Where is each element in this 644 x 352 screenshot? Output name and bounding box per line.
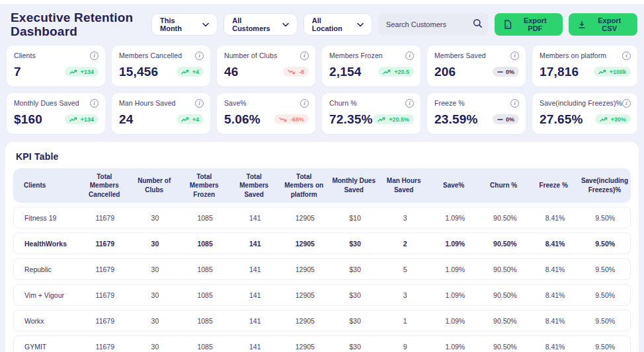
table-column-header: Total Members Saved	[229, 172, 278, 199]
table-cell: $30	[330, 240, 380, 248]
table-cell: 11679	[80, 265, 130, 273]
kpi-card-label: Monthly Dues Saved	[14, 99, 79, 107]
kpi-card-label: Save(including Freezes)%	[540, 99, 622, 107]
table-row[interactable]: GYMIT1167930108514112905$3091.09%90.50%8…	[13, 335, 631, 352]
kpi-card-label: Members Saved	[434, 52, 486, 59]
kpi-trend-badge-text: -65%	[290, 116, 304, 123]
kpi-card-bottom: 2060%	[434, 65, 519, 79]
chevron-down-icon	[202, 22, 209, 27]
table-column-header: Clients	[13, 181, 79, 190]
info-icon[interactable]: i	[622, 99, 631, 108]
kpi-card-value: 27.65%	[540, 112, 583, 127]
table-cell: 1.09%	[430, 265, 480, 273]
table-column-header: Churn %	[479, 181, 528, 190]
table-cell: 1085	[180, 240, 230, 248]
customers-dropdown[interactable]: All Customers	[223, 13, 298, 36]
kpi-card-label: Save%	[224, 99, 247, 107]
info-icon[interactable]: i	[300, 52, 309, 60]
kpi-card-value: 206	[434, 65, 456, 79]
table-row[interactable]: Vim + Vigour1167930108514112905$3031.09%…	[13, 284, 631, 306]
table-cell: 9.50%	[580, 291, 630, 299]
download-icon	[578, 20, 586, 29]
info-icon[interactable]: i	[405, 52, 414, 60]
trend-flat-icon	[497, 69, 503, 75]
kpi-card: Members Savedi2060%	[427, 46, 526, 87]
period-dropdown[interactable]: This Month	[151, 13, 218, 36]
table-row[interactable]: Workx1167930108514112905$3011.09%90.50%8…	[13, 310, 631, 332]
table-column-header: Total Members Cancelled	[79, 172, 129, 199]
info-icon[interactable]: i	[90, 99, 99, 108]
table-cell: 90.50%	[480, 343, 530, 351]
table-row[interactable]: Fitness 191167930108514112905$1031.09%90…	[13, 207, 631, 229]
kpi-card-value: 5.06%	[224, 112, 261, 127]
export-pdf-button[interactable]: Export PDF	[495, 13, 563, 36]
kpi-trend-badge-text: +100k	[610, 69, 626, 75]
table-cell: 30	[130, 265, 181, 273]
trend-up-icon	[69, 117, 78, 122]
trend-up-icon	[69, 69, 78, 75]
kpi-trend-badge: +20.5%	[373, 114, 414, 124]
customers-dropdown-value: All Customers	[232, 17, 276, 32]
kpi-card-bottom: 5.06%-65%	[224, 112, 309, 127]
trend-up-icon	[378, 117, 386, 122]
kpi-trend-badge: +30%	[595, 114, 631, 124]
table-cell: 8.41%	[530, 240, 581, 248]
kpi-trend-badge-text: +134	[81, 69, 94, 75]
table-cell: 141	[230, 317, 280, 325]
table-cell: 1085	[180, 265, 230, 273]
trend-down-icon	[279, 117, 288, 122]
table-cell: 1085	[180, 214, 230, 222]
table-cell: 90.50%	[480, 291, 530, 299]
table-cell-client: Fitness 19	[14, 214, 80, 222]
kpi-card-top: Members on platformi	[540, 52, 631, 60]
info-icon[interactable]: i	[510, 99, 519, 108]
pdf-file-icon	[504, 20, 512, 29]
info-icon[interactable]: i	[300, 99, 309, 108]
kpi-trend-badge: +134	[65, 67, 99, 77]
table-row[interactable]: HealthWorks1167930108514112905$3021.09%9…	[13, 232, 631, 254]
info-icon[interactable]: i	[195, 99, 204, 108]
kpi-card-top: Save%i	[224, 99, 309, 108]
search-icon[interactable]	[473, 18, 483, 31]
info-icon[interactable]: i	[405, 99, 414, 108]
kpi-card-bottom: 46-8	[224, 65, 309, 79]
info-icon[interactable]: i	[195, 52, 204, 60]
table-cell: 141	[230, 265, 280, 273]
kpi-card-top: Churn %i	[329, 99, 414, 108]
kpi-card-top: Man Hours Savedi	[119, 99, 204, 108]
table-column-header: Save%	[428, 181, 478, 190]
table-cell: 141	[230, 343, 280, 351]
table-cell: 90.50%	[480, 317, 530, 325]
export-csv-button[interactable]: Export CSV	[569, 13, 637, 36]
kpi-card-bottom: $160+134	[14, 112, 99, 127]
table-cell: 12905	[280, 343, 331, 351]
kpi-trend-badge: +134	[65, 114, 99, 124]
table-cell: 30	[130, 214, 181, 222]
kpi-card-top: Number of Clubsi	[224, 52, 309, 60]
table-cell: 30	[130, 291, 181, 299]
info-icon[interactable]: i	[622, 52, 631, 60]
table-row[interactable]: Republic1167930108514112905$3051.09%90.5…	[13, 258, 631, 280]
table-cell: $30	[330, 343, 380, 351]
kpi-card-bottom: 2,154+20.5	[329, 65, 414, 79]
kpi-card-bottom: 7+134	[14, 65, 99, 79]
table-cell: 9.50%	[580, 343, 630, 351]
table-cell: 1.09%	[430, 317, 480, 325]
info-icon[interactable]: i	[90, 52, 99, 60]
table-cell: 30	[130, 317, 181, 325]
kpi-card: Man Hours Savedi24+4	[112, 93, 210, 134]
info-icon[interactable]: i	[510, 52, 519, 60]
kpi-trend-badge-text: +20.5	[394, 69, 409, 75]
kpi-trend-badge: +100k	[594, 67, 631, 77]
table-cell: 8.41%	[530, 291, 581, 299]
search-input[interactable]	[378, 13, 489, 36]
kpi-card: Clientsi7+134	[7, 46, 105, 87]
table-cell: 12905	[280, 240, 331, 248]
kpi-table-section: KPI Table ClientsTotal Members Cancelled…	[5, 142, 639, 352]
location-dropdown[interactable]: All Location	[303, 13, 372, 36]
table-body: Fitness 191167930108514112905$1031.09%90…	[13, 207, 631, 352]
table-column-header: Monthly Dues Saved	[329, 176, 378, 194]
table-cell: 12905	[280, 317, 331, 325]
table-cell: 30	[130, 240, 181, 248]
kpi-card-bottom: 23.59%0%	[434, 112, 519, 127]
